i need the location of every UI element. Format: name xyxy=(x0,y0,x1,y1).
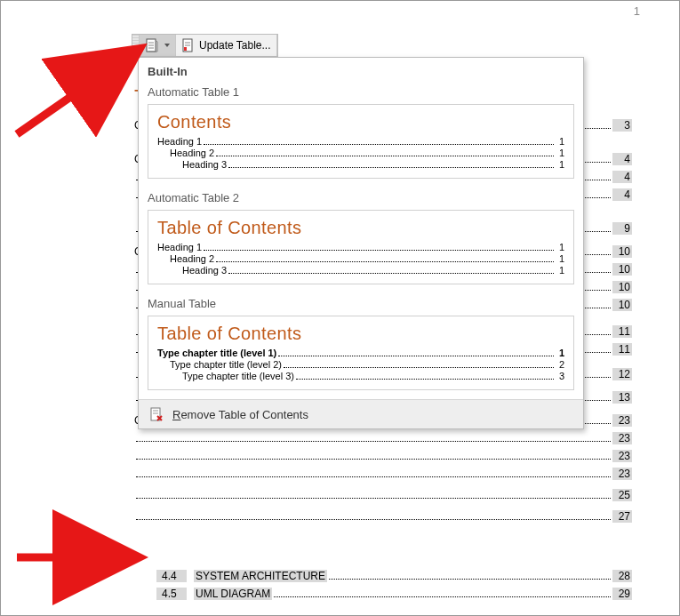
toc-toolbar: Update Table... xyxy=(132,34,278,57)
gallery-section-header: Built-In xyxy=(139,58,583,82)
gallery-item-title: Automatic Table 2 xyxy=(148,191,574,204)
toc-gallery-button[interactable] xyxy=(140,35,176,56)
page-number: 1 xyxy=(634,4,640,18)
underlying-toc-tail: 4.4 SYSTEM ARCHITECTURE 28 4.5 UML DIAGR… xyxy=(156,570,632,605)
svg-rect-7 xyxy=(184,47,187,51)
remove-toc-menuitem[interactable]: Remove Table of Contents xyxy=(139,399,583,428)
document-remove-icon xyxy=(149,407,164,421)
gallery-item-auto2[interactable]: Automatic Table 2 Table of Contents Head… xyxy=(139,188,583,293)
gallery-preview: Table of Contents Type chapter title (le… xyxy=(148,316,574,390)
gallery-item-title: Manual Table xyxy=(148,297,574,310)
toc-gallery-dropdown: Built-In Automatic Table 1 Contents Head… xyxy=(138,57,584,429)
svg-line-11 xyxy=(17,52,134,134)
preview-heading: Table of Contents xyxy=(157,324,564,344)
chevron-down-icon xyxy=(164,44,170,47)
document-toc-icon xyxy=(145,38,159,52)
preview-heading: Contents xyxy=(157,112,564,132)
document-refresh-icon xyxy=(181,38,196,52)
gallery-preview: Table of Contents Heading 11 Heading 21 … xyxy=(148,210,574,284)
remove-toc-label: Remove Table of Contents xyxy=(172,408,308,421)
preview-heading: Table of Contents xyxy=(157,218,564,238)
update-table-button[interactable]: Update Table... xyxy=(176,35,277,56)
update-table-label: Update Table... xyxy=(199,39,271,52)
toolbar-grip[interactable] xyxy=(132,35,140,56)
gallery-item-manual[interactable]: Manual Table Table of Contents Type chap… xyxy=(139,293,583,399)
gallery-preview: Contents Heading 11 Heading 21 Heading 3… xyxy=(148,104,574,179)
gallery-item-auto1[interactable]: Automatic Table 1 Contents Heading 11 He… xyxy=(139,82,583,188)
gallery-item-title: Automatic Table 1 xyxy=(148,85,574,99)
